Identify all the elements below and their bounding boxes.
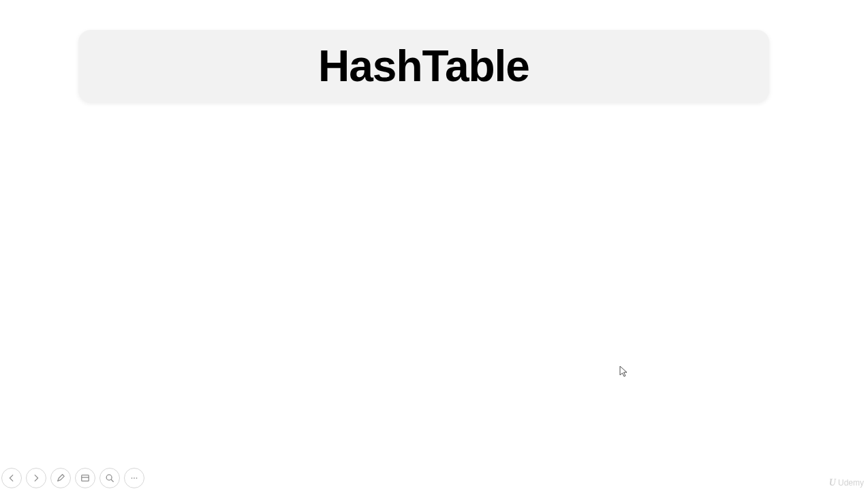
next-slide-button[interactable] [26,468,46,488]
presenter-toolbar [1,468,144,488]
chevron-right-icon [31,473,41,483]
previous-slide-button[interactable] [1,468,22,488]
ellipsis-icon [129,473,139,483]
slide-title: HashTable [318,41,529,91]
svg-rect-0 [82,475,89,481]
chevron-left-icon [7,473,16,483]
brand-logo-icon: U [829,477,836,488]
svg-point-2 [131,477,133,479]
zoom-button[interactable] [99,468,120,488]
svg-point-4 [136,477,138,479]
pen-icon [56,473,65,483]
slide-view-button[interactable] [75,468,95,488]
slide-title-card: HashTable [78,30,769,102]
brand-name: Udemy [838,478,864,488]
pen-tool-button[interactable] [50,468,71,488]
more-options-button[interactable] [124,468,144,488]
svg-point-3 [134,477,135,479]
brand-watermark: U Udemy [829,477,864,488]
grid-icon [80,473,90,483]
mouse-cursor-icon [619,366,629,378]
magnify-icon [105,473,114,483]
